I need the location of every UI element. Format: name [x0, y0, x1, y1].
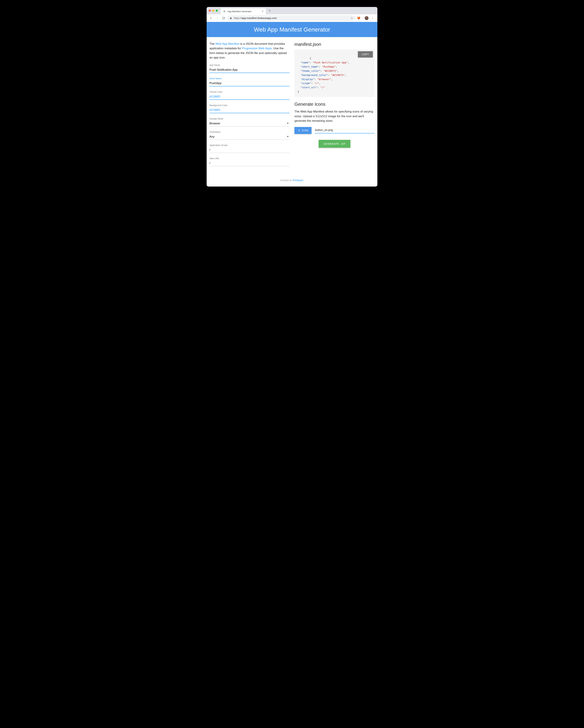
app-name-input[interactable] [209, 68, 289, 73]
icon-upload-row: ICON button_on.png [295, 127, 375, 134]
profile-avatar[interactable] [364, 16, 369, 20]
pwa-link[interactable]: Progressive Web Apps [242, 47, 272, 50]
app-name-field: App Name [209, 64, 289, 73]
new-tab-button[interactable]: + [267, 8, 272, 13]
uploaded-file-name[interactable]: button_on.png [315, 128, 375, 133]
intro-text: The Web App Manifest is a JSON document … [209, 42, 289, 60]
orientation-label: Orientation [209, 131, 289, 133]
browser-toolbar: https://app-manifest.firebaseapp.com ☆ 🦊… [207, 14, 377, 22]
display-mode-label: Display Mode [209, 118, 289, 120]
json-output: COPY{ "name": "Push Notification App", "… [295, 49, 375, 97]
icons-heading: Generate Icons [295, 102, 375, 107]
close-tab-button[interactable]: × [262, 10, 263, 13]
copy-button[interactable]: COPY [358, 51, 373, 57]
background-color-label: Background Color [209, 104, 289, 107]
maximize-window-button[interactable] [216, 9, 218, 12]
tab-bar: ≣ App Manifest Generator × + [207, 7, 377, 14]
extension-icon[interactable]: 🦊 [357, 16, 361, 20]
background-color-field: Background Color [209, 104, 289, 113]
theme-color-field: Theme Color [209, 90, 289, 100]
browser-window: ≣ App Manifest Generator × + https://app… [207, 7, 377, 186]
short-name-label: Short Name [209, 77, 289, 80]
start-url-input[interactable] [209, 161, 289, 166]
manifest-heading: manifest.json [295, 42, 375, 47]
url-text: https://app-manifest.firebaseapp.com [234, 17, 277, 20]
theme-color-label: Theme Color [209, 90, 289, 93]
favicon-icon: ≣ [223, 10, 226, 13]
start-url-label: Start URL [209, 157, 289, 160]
short-name-field: Short Name [209, 77, 289, 86]
tab-title: App Manifest Generator [228, 10, 252, 13]
form-column: The Web App Manifest is a JSON document … [209, 42, 289, 170]
scope-field: Application Scope [209, 144, 289, 153]
page-hero: Web App Manifest Generator [207, 22, 377, 37]
reload-button[interactable] [221, 16, 226, 21]
browser-menu-button[interactable]: ⋮ [370, 16, 376, 20]
close-window-button[interactable] [209, 9, 211, 12]
window-controls [209, 9, 218, 12]
output-column: manifest.json COPY{ "name": "Push Notifi… [295, 42, 375, 170]
page-content: The Web App Manifest is a JSON document … [207, 37, 377, 177]
address-bar[interactable]: https://app-manifest.firebaseapp.com ☆ [227, 15, 356, 21]
web-app-manifest-link[interactable]: Web App Manifest [215, 42, 239, 46]
browser-tab[interactable]: ≣ App Manifest Generator × [221, 8, 266, 14]
page-title: Web App Manifest Generator [207, 26, 377, 33]
start-url-field: Start URL [209, 157, 289, 166]
theme-color-input[interactable] [209, 94, 289, 100]
generate-zip-button[interactable]: GENERATE .ZIP [319, 140, 350, 148]
lock-icon [230, 17, 232, 19]
separator [362, 16, 363, 20]
minimize-window-button[interactable] [212, 9, 214, 12]
icons-description: The Web App Manifest allows for specifyi… [295, 109, 375, 123]
forward-button[interactable] [214, 16, 220, 21]
bookmark-star-icon[interactable]: ☆ [350, 16, 353, 20]
short-name-input[interactable] [209, 81, 289, 86]
scope-label: Application Scope [209, 144, 289, 147]
display-mode-field: Display Mode ▼ [209, 118, 289, 126]
upload-icon-button[interactable]: ICON [295, 127, 311, 134]
orientation-field: Orientation ▼ [209, 131, 289, 140]
app-name-label: App Name [209, 64, 289, 67]
scope-input[interactable] [209, 148, 289, 153]
back-button[interactable] [208, 16, 213, 21]
orientation-select[interactable] [209, 134, 289, 140]
display-mode-select[interactable] [209, 121, 289, 126]
page-footer: Hosted on Firebase. [207, 177, 377, 186]
background-color-input[interactable] [209, 108, 289, 113]
upload-icon [298, 129, 300, 132]
firebase-link[interactable]: Firebase [293, 179, 303, 182]
